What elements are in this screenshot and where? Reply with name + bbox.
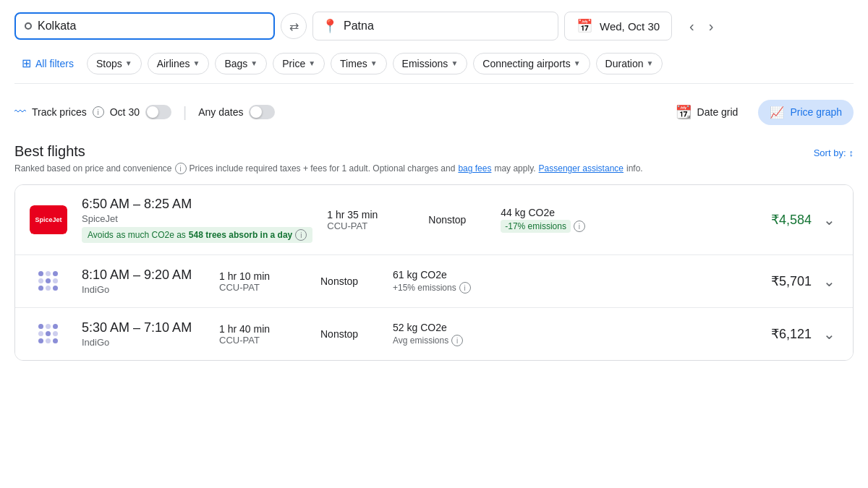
expand-button-1[interactable]: ⌄	[820, 208, 838, 231]
dot	[38, 271, 43, 276]
calendar-icon: 📅	[576, 18, 592, 34]
track-right: 📆 Date grid 📈 Price graph	[664, 98, 854, 126]
emissions-avg-3: Avg emissions	[393, 335, 448, 346]
arrive-time-2: 9:20 AM	[144, 267, 192, 282]
time-separator-3: –	[133, 320, 144, 335]
emissions-badge-1: -17% emissions	[501, 220, 571, 233]
chevron-down-icon: ▼	[193, 59, 200, 67]
results-subtitle: Ranked based on price and convenience i …	[14, 163, 854, 174]
dot	[38, 278, 43, 283]
all-filters-button[interactable]: ⊞ All filters	[14, 52, 81, 74]
any-dates-toggle[interactable]	[249, 105, 275, 119]
stops-label: Stops	[96, 58, 122, 69]
dot	[38, 331, 43, 336]
filter-chip-duration[interactable]: Duration ▼	[596, 53, 663, 74]
flight-card-2[interactable]: 8:10 AM – 9:20 AM IndiGo 1 hr 10 min CCU…	[15, 255, 853, 308]
filter-chip-airlines[interactable]: Airlines ▼	[148, 53, 210, 74]
chevron-down-icon: ▼	[370, 59, 378, 67]
origin-input-wrap[interactable]	[14, 12, 275, 40]
airlines-label: Airlines	[157, 58, 190, 69]
any-dates-wrap: Any dates	[198, 105, 275, 119]
flight-times-1: 6:50 AM – 8:25 AM SpiceJet Avoids as muc…	[82, 197, 312, 243]
date-selector[interactable]: 📅 Wed, Oct 30	[564, 12, 672, 40]
duration-time-3: 1 hr 40 min	[219, 323, 306, 335]
dot	[53, 271, 58, 276]
emissions-info-icon-2[interactable]: i	[459, 282, 471, 294]
destination-input-wrap[interactable]: 📍 Patna	[312, 12, 558, 40]
indigo-dots-3	[38, 324, 59, 344]
bag-fees-link[interactable]: bag fees	[458, 163, 491, 174]
chevron-down-icon: ▼	[125, 59, 132, 67]
filter-chip-emissions[interactable]: Emissions ▼	[393, 53, 468, 74]
dot	[46, 286, 51, 291]
filter-icon: ⊞	[22, 56, 31, 70]
filter-chip-connecting[interactable]: Connecting airports ▼	[473, 53, 590, 74]
flight-stops-2: Nonstop	[320, 275, 378, 287]
times-label: Times	[340, 58, 367, 69]
chevron-down-icon: ▼	[250, 59, 258, 67]
results-header: Best flights Sort by: ↕ Ranked based on …	[14, 143, 854, 174]
track-toggle[interactable]	[145, 105, 171, 119]
price-amount-1: ₹4,584	[771, 212, 812, 228]
emissions-info-icon-1[interactable]: i	[574, 221, 585, 232]
flight-emissions-3: 52 kg CO2e Avg emissions i	[393, 322, 480, 346]
track-info-icon[interactable]: i	[93, 106, 104, 118]
emissions-kg-3: 52 kg CO2e	[393, 322, 480, 333]
flight-price-1: ₹4,584 ⌄	[771, 208, 838, 231]
origin-input[interactable]	[38, 20, 265, 33]
prev-date-button[interactable]: ‹	[684, 15, 700, 38]
eco-mid-1: as much CO2e as	[116, 230, 186, 240]
expand-button-2[interactable]: ⌄	[820, 270, 838, 293]
flight-time-range-3: 5:30 AM – 7:10 AM	[82, 320, 205, 335]
subtitle-prices: Prices include required taxes + fees for…	[190, 163, 456, 174]
expand-button-3[interactable]: ⌄	[820, 322, 838, 346]
eco-info-icon-1[interactable]: i	[295, 229, 307, 241]
date-grid-button[interactable]: 📆 Date grid	[664, 98, 750, 126]
depart-time-1: 6:50 AM	[82, 197, 129, 211]
flight-card-3[interactable]: 5:30 AM – 7:10 AM IndiGo 1 hr 40 min CCU…	[15, 308, 853, 360]
duration-time-1: 1 hr 35 min	[327, 209, 414, 221]
destination-pin-icon: 📍	[322, 18, 338, 34]
emissions-info-icon-3[interactable]: i	[451, 335, 463, 346]
flight-card-1[interactable]: SpiceJet 6:50 AM – 8:25 AM SpiceJet Avoi…	[15, 185, 853, 255]
divider: |	[183, 104, 187, 121]
flight-time-range-2: 8:10 AM – 9:20 AM	[82, 267, 205, 283]
flight-emissions-1: 44 kg CO2e -17% emissions i	[501, 207, 587, 233]
any-dates-label: Any dates	[198, 106, 243, 118]
track-prices-label: Track prices	[32, 106, 87, 118]
destination-text: Patna	[344, 20, 374, 33]
flight-duration-3: 1 hr 40 min CCU-PAT	[219, 323, 306, 346]
next-date-button[interactable]: ›	[703, 15, 720, 38]
results-title: Best flights	[14, 143, 85, 160]
passenger-link[interactable]: Passenger assistance	[539, 163, 624, 174]
track-date: Oct 30	[110, 106, 140, 118]
arrive-time-1: 8:25 AM	[144, 197, 192, 211]
flight-duration-2: 1 hr 10 min CCU-PAT	[219, 270, 306, 293]
duration-route-3: CCU-PAT	[219, 335, 306, 346]
price-graph-icon: 📈	[770, 106, 784, 119]
time-separator-2: –	[133, 267, 144, 282]
sort-by-label: Sort by:	[814, 147, 846, 158]
chevron-down-icon: ▼	[451, 59, 458, 67]
swap-button[interactable]: ⇄	[281, 13, 307, 39]
airline-logo-indigo-2	[30, 267, 67, 296]
filter-chip-price[interactable]: Price ▼	[273, 53, 325, 74]
filter-chip-stops[interactable]: Stops ▼	[87, 53, 142, 74]
flight-duration-1: 1 hr 35 min CCU-PAT	[327, 209, 414, 231]
connecting-label: Connecting airports	[482, 58, 570, 69]
sort-button[interactable]: Sort by: ↕	[814, 147, 854, 158]
price-graph-button[interactable]: 📈 Price graph	[758, 100, 854, 125]
flight-times-2: 8:10 AM – 9:20 AM IndiGo	[82, 267, 205, 295]
subtitle-ranked: Ranked based on price and convenience	[14, 163, 172, 174]
search-bar: ⇄ 📍 Patna 📅 Wed, Oct 30 ‹ ›	[14, 12, 854, 40]
airline-logo-spicejet: SpiceJet	[30, 205, 67, 234]
duration-label: Duration	[605, 58, 644, 69]
track-prices-icon: 〰	[14, 106, 26, 119]
time-separator-1: –	[133, 197, 144, 211]
results-info-icon[interactable]: i	[175, 163, 187, 174]
filter-chip-times[interactable]: Times ▼	[331, 53, 387, 74]
duration-route-1: CCU-PAT	[327, 221, 414, 231]
arrive-time-3: 7:10 AM	[144, 320, 192, 335]
filter-chip-bags[interactable]: Bags ▼	[215, 53, 267, 74]
bags-label: Bags	[224, 58, 247, 69]
